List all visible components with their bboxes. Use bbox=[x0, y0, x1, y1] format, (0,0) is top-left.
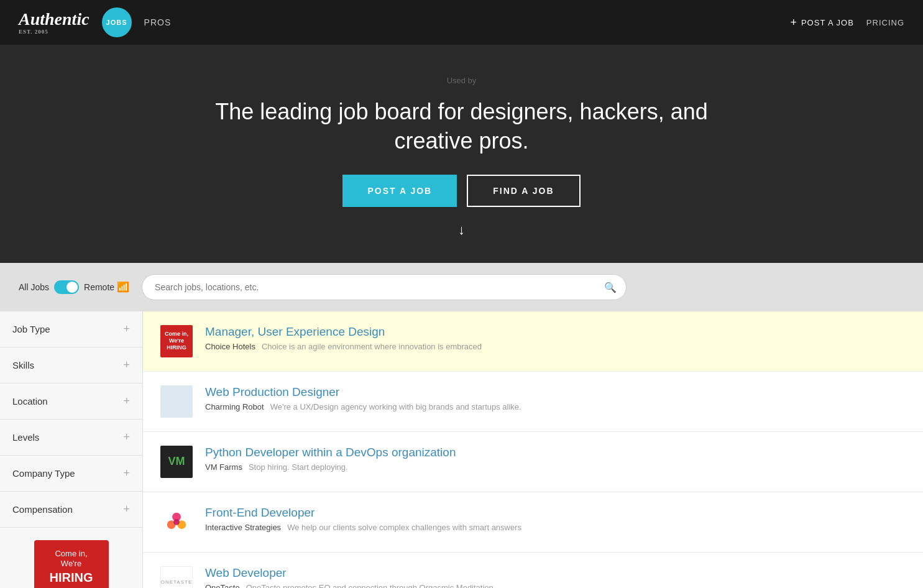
job-meta: OneTaste OneTaste promotes EQ and connec… bbox=[205, 583, 906, 588]
pros-nav-link[interactable]: PROS bbox=[144, 17, 172, 27]
filter-location-expand: + bbox=[123, 395, 130, 408]
job-company: Charming Robot bbox=[205, 402, 264, 411]
all-jobs-toggle: All Jobs Remote 📶 bbox=[19, 280, 129, 294]
job-card: Web Production Designer Charming Robot W… bbox=[143, 372, 923, 432]
job-listings: Come in, We'reHIRING Manager, User Exper… bbox=[143, 311, 923, 588]
job-description: We help our clients solve complex challe… bbox=[287, 523, 521, 532]
job-info: Web Production Designer Charming Robot W… bbox=[205, 385, 906, 411]
nav-right-actions: + POST A JOB PRICING bbox=[790, 16, 904, 29]
job-logo: ONETASTE bbox=[160, 566, 193, 588]
filter-compensation-expand: + bbox=[123, 503, 130, 516]
job-description: We're a UX/Design agency working with bi… bbox=[270, 402, 521, 411]
job-meta: Charming Robot We're a UX/Design agency … bbox=[205, 402, 906, 411]
job-title[interactable]: Front-End Developer bbox=[205, 506, 906, 520]
interactive-strategies-logo bbox=[165, 511, 188, 533]
job-info: Front-End Developer Interactive Strategi… bbox=[205, 506, 906, 532]
post-job-nav-button[interactable]: + POST A JOB bbox=[790, 16, 853, 29]
job-card: ONETASTE Web Developer OneTaste OneTaste… bbox=[143, 553, 923, 588]
job-card: Front-End Developer Interactive Strategi… bbox=[143, 492, 923, 553]
sidebar-promo: Come in, We're HIRING SINCE 2005. We've … bbox=[0, 528, 142, 588]
job-logo bbox=[160, 506, 193, 538]
scroll-down-arrow: ↓ bbox=[12, 222, 911, 238]
filter-company-type[interactable]: Company Type + bbox=[0, 456, 142, 492]
pricing-nav-link[interactable]: PRICING bbox=[866, 18, 904, 27]
plus-icon: + bbox=[790, 16, 797, 29]
choice-hotels-logo: Come in, We'reHIRING bbox=[160, 325, 193, 357]
hero-find-job-button[interactable]: FIND A JOB bbox=[467, 175, 580, 207]
logo-text: Authentic bbox=[19, 9, 90, 29]
promo-badge-main: HIRING bbox=[45, 569, 98, 586]
filter-job-type-label: Job Type bbox=[12, 324, 50, 334]
job-description: Stop hiring. Start deploying. bbox=[249, 462, 348, 472]
job-meta: Interactive Strategies We help our clien… bbox=[205, 523, 906, 532]
hero-post-job-button[interactable]: POST A JOB bbox=[342, 175, 457, 207]
job-logo: VM bbox=[160, 446, 193, 478]
onetaste-logo: ONETASTE bbox=[160, 566, 193, 588]
post-job-label: POST A JOB bbox=[801, 18, 854, 27]
logo-subtitle: EST. 2005 bbox=[19, 29, 90, 35]
job-title[interactable]: Web Production Designer bbox=[205, 385, 906, 399]
promo-badge-top: Come in, We're bbox=[45, 549, 98, 570]
filter-compensation-label: Compensation bbox=[12, 504, 73, 515]
job-title[interactable]: Web Developer bbox=[205, 566, 906, 580]
navbar: Authentic EST. 2005 JOBS PROS + POST A J… bbox=[0, 0, 923, 45]
job-company: Interactive Strategies bbox=[205, 523, 281, 532]
job-meta: VM Farms Stop hiring. Start deploying. bbox=[205, 462, 906, 472]
all-jobs-label: All Jobs bbox=[19, 282, 49, 292]
filter-skills-expand: + bbox=[123, 359, 130, 372]
job-logo: Come in, We'reHIRING bbox=[160, 325, 193, 357]
jobs-nav-button[interactable]: JOBS bbox=[102, 7, 132, 37]
svg-point-3 bbox=[173, 519, 180, 525]
job-info: Python Developer within a DevOps organiz… bbox=[205, 446, 906, 472]
hero-title: The leading job board for designers, hac… bbox=[182, 98, 742, 156]
filter-location-label: Location bbox=[12, 396, 48, 407]
filter-skills-label: Skills bbox=[12, 360, 34, 370]
remote-text: Remote bbox=[84, 282, 114, 292]
filter-skills[interactable]: Skills + bbox=[0, 347, 142, 384]
filter-levels[interactable]: Levels + bbox=[0, 420, 142, 456]
filter-location[interactable]: Location + bbox=[0, 384, 142, 420]
search-input[interactable] bbox=[142, 274, 627, 300]
vm-farms-logo: VM bbox=[160, 446, 193, 478]
search-bar: All Jobs Remote 📶 🔍 bbox=[0, 263, 923, 311]
job-company: VM Farms bbox=[205, 462, 242, 472]
job-logo bbox=[160, 385, 193, 418]
job-title[interactable]: Python Developer within a DevOps organiz… bbox=[205, 446, 906, 459]
job-info: Web Developer OneTaste OneTaste promotes… bbox=[205, 566, 906, 588]
job-description: Choice is an agile environment where inn… bbox=[262, 342, 482, 351]
job-description: OneTaste promotes EQ and connection thro… bbox=[246, 583, 494, 588]
job-company: Choice Hotels bbox=[205, 342, 255, 351]
job-meta: Choice Hotels Choice is an agile environ… bbox=[205, 342, 906, 351]
promo-badge: Come in, We're HIRING bbox=[34, 540, 109, 588]
job-card: VM Python Developer within a DevOps orga… bbox=[143, 432, 923, 492]
filter-job-type[interactable]: Job Type + bbox=[0, 311, 142, 347]
used-by-label: Used by bbox=[12, 76, 911, 85]
search-icon: 🔍 bbox=[604, 281, 617, 293]
main-layout: Job Type + Skills + Location + Levels + … bbox=[0, 311, 923, 588]
job-info: Manager, User Experience Design Choice H… bbox=[205, 325, 906, 351]
wifi-icon: 📶 bbox=[117, 281, 129, 293]
filter-company-type-label: Company Type bbox=[12, 468, 75, 479]
job-company: OneTaste bbox=[205, 583, 240, 588]
job-title[interactable]: Manager, User Experience Design bbox=[205, 325, 906, 339]
filter-job-type-expand: + bbox=[123, 323, 130, 336]
filter-levels-label: Levels bbox=[12, 432, 39, 443]
remote-label: Remote 📶 bbox=[84, 281, 129, 293]
site-logo[interactable]: Authentic EST. 2005 bbox=[19, 11, 90, 35]
search-input-wrap: 🔍 bbox=[142, 274, 627, 300]
hero-section: Used by The leading job board for design… bbox=[0, 45, 923, 263]
filter-compensation[interactable]: Compensation + bbox=[0, 492, 142, 528]
charming-robot-logo bbox=[160, 385, 193, 418]
remote-toggle[interactable] bbox=[54, 280, 79, 294]
sidebar: Job Type + Skills + Location + Levels + … bbox=[0, 311, 143, 588]
filter-company-type-expand: + bbox=[123, 467, 130, 480]
job-card: Come in, We'reHIRING Manager, User Exper… bbox=[143, 311, 923, 372]
filter-levels-expand: + bbox=[123, 431, 130, 444]
hero-buttons: POST A JOB FIND A JOB bbox=[12, 175, 911, 207]
